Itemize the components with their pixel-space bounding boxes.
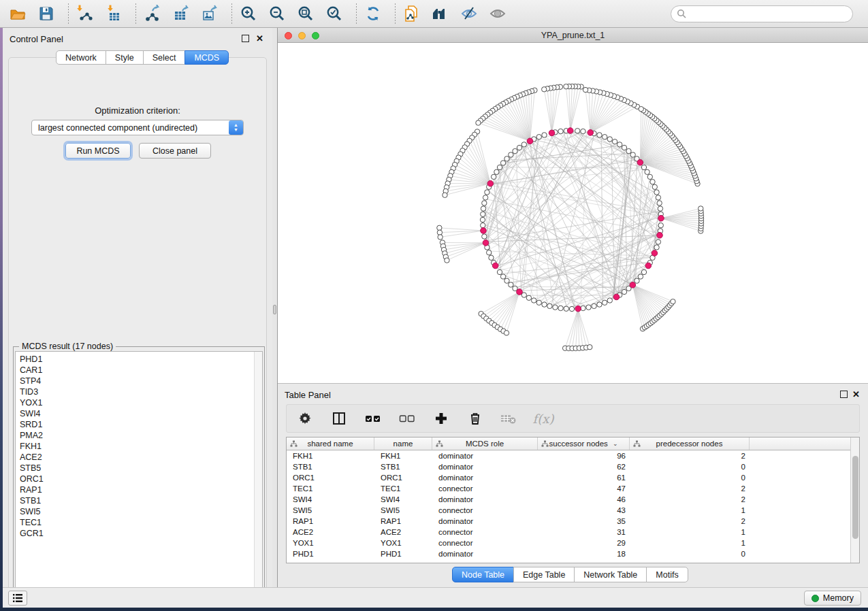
select-all-icon[interactable] [364,410,382,427]
result-scrollbar[interactable] [254,352,262,597]
list-item[interactable]: CAR1 [20,365,262,376]
float-window-icon[interactable] [840,391,848,398]
table-row[interactable]: ACE2ACE2connector311 [287,527,859,538]
tab-motifs[interactable]: Motifs [646,567,688,582]
import-network-icon[interactable] [76,4,95,23]
tab-edge-table[interactable]: Edge Table [513,567,575,582]
list-item[interactable]: STP4 [20,376,262,386]
table-scrollbar[interactable] [850,437,859,563]
float-window-icon[interactable] [242,35,249,42]
list-item[interactable]: FKH1 [20,441,262,452]
delete-table-icon [500,410,518,427]
list-item[interactable]: STB5 [20,463,262,474]
refresh-styles-icon[interactable] [364,4,383,23]
search-input[interactable] [687,10,847,19]
node-table: shared namenameMCDS rolesuccessor nodes⌄… [286,437,860,563]
show-columns-icon[interactable] [330,410,348,427]
list-item[interactable]: TID3 [20,386,262,397]
cell: dominator [432,550,538,558]
toolbar-separator [356,3,357,24]
search-field[interactable] [671,5,853,22]
table-row[interactable]: SWI4SWI4dominator462 [287,494,859,505]
delete-column-icon[interactable] [466,410,484,427]
cell: 2 [630,484,750,493]
list-item[interactable]: TEC1 [20,517,262,528]
zoom-selected-icon[interactable] [325,4,344,23]
network-canvas[interactable] [278,43,868,383]
list-item[interactable]: ACE2 [20,452,262,463]
tab-network-table[interactable]: Network Table [574,567,647,582]
column-header-predecessor-nodes[interactable]: predecessor nodes [630,437,750,450]
scrollbar-thumb[interactable] [852,456,858,539]
list-item[interactable]: PMA2 [20,430,262,441]
cell: connector [432,539,538,547]
table-row[interactable]: FKH1FKH1dominator962 [287,450,859,461]
tab-mcds[interactable]: MCDS [184,50,229,65]
table-row[interactable]: PHD1PHD1dominator180 [287,548,859,559]
column-header-successor-nodes[interactable]: successor nodes⌄ [538,437,630,450]
export-image-icon[interactable] [200,4,219,23]
cell: PHD1 [374,550,432,558]
table-row[interactable]: STB1STB1dominator620 [287,461,859,472]
mcds-result-list[interactable]: PHD1CAR1STP4TID3YOX1SWI4SRD1PMA2FKH1ACE2… [15,351,263,597]
list-item[interactable]: STB1 [20,495,262,506]
panel-splitter[interactable] [272,28,278,587]
tab-network[interactable]: Network [56,50,106,65]
open-icon[interactable] [8,4,27,23]
memory-button[interactable]: Memory [804,591,861,606]
column-header-shared-name[interactable]: shared name [287,437,374,450]
close-panel-button[interactable]: Close panel [139,143,211,159]
table-row[interactable]: TEC1TEC1connector472 [287,483,859,494]
cell: TEC1 [374,484,432,493]
cell: connector [432,484,538,493]
export-network-icon[interactable] [143,4,162,23]
save-icon[interactable] [37,4,56,23]
table-row[interactable]: YOX1YOX1connector291 [287,538,859,548]
mcds-result-title: MCDS result (17 nodes) [19,342,116,351]
tab-node-table[interactable]: Node Table [452,567,514,582]
close-panel-icon[interactable]: ✕ [256,35,263,42]
cell: SWI4 [287,495,374,503]
criterion-dropdown[interactable]: largest connected component (undirected)… [31,120,244,135]
network-window-title: YPA_prune.txt_1 [278,31,868,40]
cell: 2 [630,452,750,460]
table-row[interactable]: ORC1ORC1dominator610 [287,472,859,483]
zoom-in-icon[interactable] [239,4,258,23]
toggle-graphics-details-icon[interactable] [488,4,507,23]
zoom-fit-icon[interactable] [296,4,315,23]
network-window: YPA_prune.txt_1 [278,28,868,383]
hide-graphics-details-icon[interactable] [460,4,479,23]
tab-style[interactable]: Style [106,50,144,65]
list-item[interactable]: SRD1 [20,419,262,430]
list-item[interactable]: RAP1 [20,484,262,495]
settings-icon[interactable] [296,410,314,427]
deselect-all-icon[interactable] [398,410,416,427]
list-item[interactable]: YOX1 [20,397,262,408]
search-network-icon[interactable] [431,4,450,23]
cell: 43 [538,506,630,514]
mcds-tab-panel: Optimization criterion: largest connecte… [8,57,267,603]
list-item[interactable]: SWI5 [20,506,262,517]
list-item[interactable]: GCR1 [20,528,262,539]
table-row[interactable]: SWI5SWI5connector431 [287,505,859,516]
clone-network-icon[interactable] [402,4,421,23]
network-window-titlebar[interactable]: YPA_prune.txt_1 [278,28,868,43]
export-table-icon[interactable] [172,4,191,23]
add-column-icon[interactable] [432,410,450,427]
column-header-MCDS-role[interactable]: MCDS role [432,437,538,450]
run-mcds-button[interactable]: Run MCDS [65,143,131,159]
splitter-grip[interactable] [273,305,276,314]
import-table-icon[interactable] [104,4,123,23]
close-panel-icon[interactable]: ✕ [852,391,860,398]
table-toolbar: f(x) [286,404,860,433]
table-row[interactable]: RAP1RAP1dominator352 [287,516,859,527]
list-item[interactable]: SWI4 [20,408,262,419]
cell: dominator [432,517,538,525]
zoom-out-icon[interactable] [268,4,287,23]
tab-select[interactable]: Select [143,50,186,65]
list-item[interactable]: PHD1 [20,354,262,365]
task-history-button[interactable] [8,591,27,606]
list-item[interactable]: ORC1 [20,474,262,484]
cell: dominator [432,495,538,503]
column-header-name[interactable]: name [374,437,432,450]
